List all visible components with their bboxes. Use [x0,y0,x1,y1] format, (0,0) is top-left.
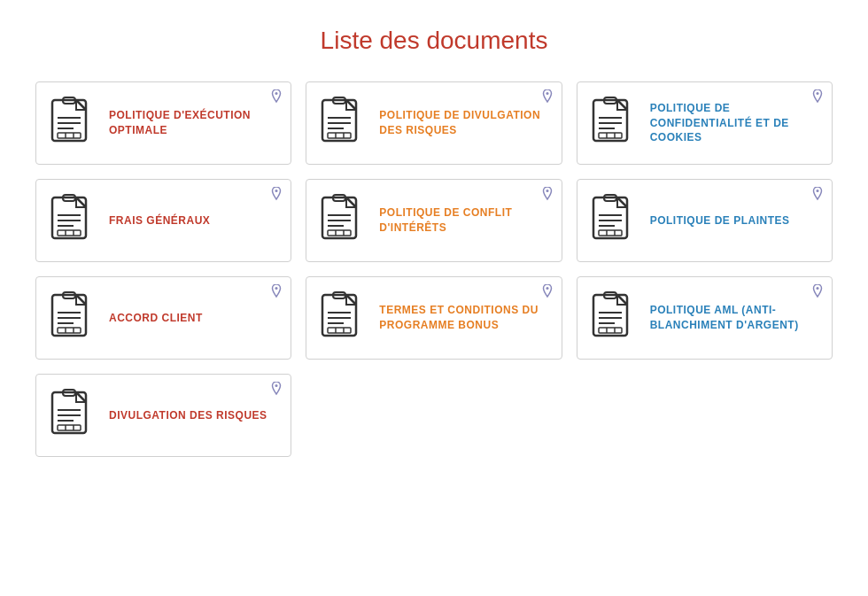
svg-point-27 [275,190,278,192]
svg-point-81 [275,384,278,387]
svg-point-0 [275,92,278,95]
svg-rect-42 [328,230,351,236]
document-icon [49,97,97,150]
page-container: Liste des documents POLITIQUE D'EXÉCUTI [0,0,868,484]
page-title: Liste des documents [35,27,833,55]
document-card-2[interactable]: POLITIQUE DE DIVULGATION DES RISQUES [306,81,562,165]
pin-icon [542,187,553,204]
svg-rect-33 [58,230,81,236]
document-card-9[interactable]: POLITIQUE AML (ANTI-BLANCHIMENT D'ARGENT… [577,276,833,360]
svg-rect-6 [58,133,81,138]
document-card-6[interactable]: POLITIQUE DE PLAINTES [577,179,833,262]
svg-rect-87 [58,425,81,430]
document-icon [319,97,367,150]
card-label: ACCORD CLIENT [109,311,203,326]
document-card-4[interactable]: FRAIS GÉNÉRAUX [35,179,291,262]
document-icon [49,291,97,344]
card-label: POLITIQUE DE CONFIDENTIALITÉ ET DE COOKI… [650,101,819,145]
svg-rect-69 [328,328,351,333]
pin-icon [812,187,823,204]
card-label: POLITIQUE DE DIVULGATION DES RISQUES [379,108,548,138]
pin-icon [271,284,282,301]
card-label: POLITIQUE DE PLAINTES [650,213,790,228]
document-icon [49,194,97,247]
document-icon [590,291,638,344]
svg-rect-51 [599,230,622,236]
card-label: DIVULGATION DES RISQUES [109,408,267,423]
document-card-10[interactable]: DIVULGATION DES RISQUES [35,374,291,457]
svg-rect-15 [328,133,351,138]
document-icon [590,194,638,247]
pin-icon [812,89,823,106]
svg-point-9 [546,92,548,95]
document-icon [319,291,367,344]
svg-point-63 [546,287,548,290]
card-label: TERMES ET CONDITIONS DU PROGRAMME BONUS [379,303,548,333]
svg-rect-78 [599,328,622,333]
card-label: POLITIQUE AML (ANTI-BLANCHIMENT D'ARGENT… [650,303,819,333]
document-icon [319,194,367,247]
svg-point-18 [817,92,819,95]
documents-grid: POLITIQUE D'EXÉCUTION OPTIMALE POLITIQUE… [35,81,833,457]
pin-icon [542,284,553,301]
document-icon [49,389,97,442]
svg-rect-24 [599,133,622,138]
document-card-7[interactable]: ACCORD CLIENT [35,276,291,360]
svg-point-54 [275,287,278,290]
document-card-8[interactable]: TERMES ET CONDITIONS DU PROGRAMME BONUS [306,276,562,360]
pin-icon [542,89,553,106]
document-card-1[interactable]: POLITIQUE D'EXÉCUTION OPTIMALE [35,81,291,165]
card-label: POLITIQUE D'EXÉCUTION OPTIMALE [109,108,278,138]
document-card-3[interactable]: POLITIQUE DE CONFIDENTIALITÉ ET DE COOKI… [577,81,833,165]
svg-rect-60 [58,328,81,333]
pin-icon [812,284,823,301]
svg-point-45 [817,190,819,192]
pin-icon [271,89,282,106]
svg-point-36 [546,190,548,192]
document-card-5[interactable]: POLITIQUE DE CONFLIT D'INTÉRÊTS [306,179,562,262]
svg-point-72 [817,287,819,290]
pin-icon [271,187,282,204]
document-icon [590,97,638,150]
pin-icon [271,382,282,399]
card-label: POLITIQUE DE CONFLIT D'INTÉRÊTS [379,205,548,236]
card-label: FRAIS GÉNÉRAUX [109,213,210,228]
